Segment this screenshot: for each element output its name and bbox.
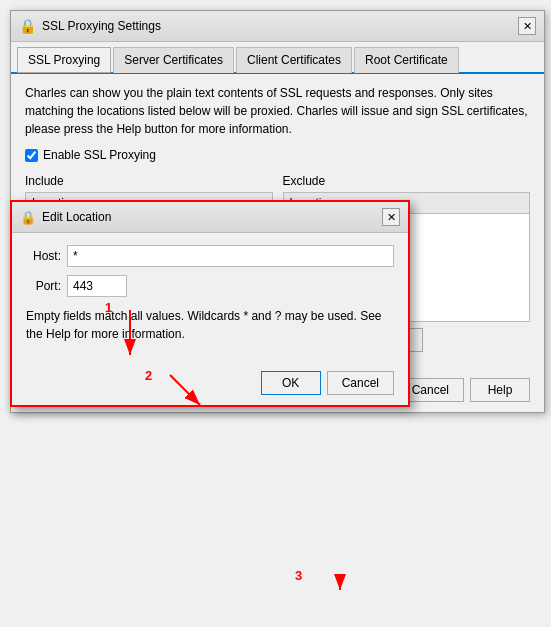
dialog-icon: 🔒 <box>20 210 36 225</box>
host-input[interactable] <box>67 245 394 267</box>
window-title: SSL Proxying Settings <box>42 19 161 33</box>
enable-ssl-row: Enable SSL Proxying <box>25 148 530 162</box>
dialog-title: Edit Location <box>42 210 111 224</box>
host-row: Host: <box>26 245 394 267</box>
tab-bar: SSL Proxying Server Certificates Client … <box>11 42 544 74</box>
dialog-close-button[interactable]: ✕ <box>382 208 400 226</box>
tab-ssl-proxying[interactable]: SSL Proxying <box>17 47 111 73</box>
dialog-info-text: Empty fields match all values. Wildcards… <box>26 307 394 343</box>
dialog-footer: OK Cancel <box>12 365 408 405</box>
dialog-cancel-button[interactable]: Cancel <box>327 371 394 395</box>
tab-root-certificate[interactable]: Root Certificate <box>354 47 459 73</box>
port-label: Port: <box>26 279 61 293</box>
help-button[interactable]: Help <box>470 378 530 402</box>
dialog-ok-button[interactable]: OK <box>261 371 321 395</box>
port-row: Port: <box>26 275 394 297</box>
edit-location-dialog: 🔒 Edit Location ✕ Host: Port: Empty fiel… <box>10 200 410 407</box>
close-button[interactable]: ✕ <box>518 17 536 35</box>
host-label: Host: <box>26 249 61 263</box>
dialog-title-bar: 🔒 Edit Location ✕ <box>12 202 408 233</box>
window-icon: 🔒 <box>19 18 36 34</box>
enable-ssl-label: Enable SSL Proxying <box>43 148 156 162</box>
port-input[interactable] <box>67 275 127 297</box>
dialog-content: Host: Port: Empty fields match all value… <box>12 233 408 365</box>
title-bar: 🔒 SSL Proxying Settings ✕ <box>11 11 544 42</box>
description-text: Charles can show you the plain text cont… <box>25 84 530 138</box>
enable-ssl-checkbox[interactable] <box>25 149 38 162</box>
tab-server-certificates[interactable]: Server Certificates <box>113 47 234 73</box>
include-label: Include <box>25 174 273 188</box>
annotation-3: 3 <box>295 568 302 583</box>
exclude-label: Exclude <box>283 174 531 188</box>
tab-client-certificates[interactable]: Client Certificates <box>236 47 352 73</box>
